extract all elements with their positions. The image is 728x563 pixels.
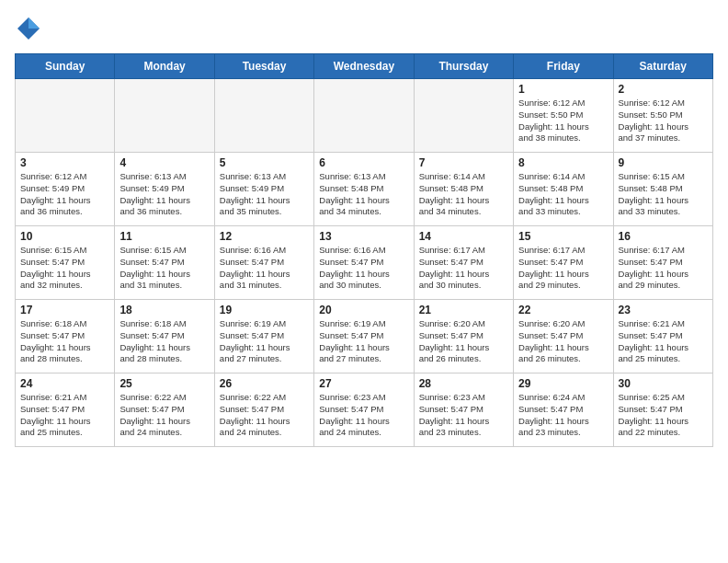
day-number: 18 (119, 304, 209, 316)
cell-info: Sunrise: 6:12 AM Sunset: 5:49 PM Dayligh… (20, 171, 109, 218)
calendar-cell (314, 79, 414, 153)
calendar-cell: 1Sunrise: 6:12 AM Sunset: 5:50 PM Daylig… (514, 79, 613, 153)
calendar-cell: 26Sunrise: 6:22 AM Sunset: 5:47 PM Dayli… (214, 373, 313, 447)
calendar-cell: 2Sunrise: 6:12 AM Sunset: 5:50 PM Daylig… (613, 79, 712, 153)
calendar-cell: 17Sunrise: 6:18 AM Sunset: 5:47 PM Dayli… (16, 300, 115, 373)
cell-info: Sunrise: 6:14 AM Sunset: 5:48 PM Dayligh… (518, 171, 608, 218)
day-number: 22 (518, 304, 608, 316)
calendar-cell (414, 79, 513, 153)
cell-info: Sunrise: 6:21 AM Sunset: 5:47 PM Dayligh… (20, 392, 109, 439)
day-number: 10 (20, 230, 109, 243)
calendar-cell (16, 79, 115, 153)
calendar-table: SundayMondayTuesdayWednesdayThursdayFrid… (15, 53, 713, 447)
day-number: 11 (119, 230, 209, 243)
day-number: 24 (20, 377, 109, 390)
day-number: 15 (518, 230, 608, 243)
cell-info: Sunrise: 6:23 AM Sunset: 5:47 PM Dayligh… (419, 392, 508, 439)
calendar-cell: 3Sunrise: 6:12 AM Sunset: 5:49 PM Daylig… (16, 153, 115, 226)
day-number: 21 (419, 304, 508, 316)
calendar-cell: 16Sunrise: 6:17 AM Sunset: 5:47 PM Dayli… (613, 226, 712, 300)
weekday-header: Tuesday (214, 54, 313, 79)
cell-info: Sunrise: 6:20 AM Sunset: 5:47 PM Dayligh… (419, 318, 508, 365)
calendar-cell: 28Sunrise: 6:23 AM Sunset: 5:47 PM Dayli… (414, 373, 513, 447)
cell-info: Sunrise: 6:17 AM Sunset: 5:47 PM Dayligh… (419, 245, 508, 292)
cell-info: Sunrise: 6:13 AM Sunset: 5:48 PM Dayligh… (319, 171, 408, 218)
calendar-cell: 19Sunrise: 6:19 AM Sunset: 5:47 PM Dayli… (214, 300, 313, 373)
calendar-cell: 18Sunrise: 6:18 AM Sunset: 5:47 PM Dayli… (115, 300, 214, 373)
calendar-cell: 6Sunrise: 6:13 AM Sunset: 5:48 PM Daylig… (314, 153, 414, 226)
cell-info: Sunrise: 6:17 AM Sunset: 5:47 PM Dayligh… (518, 245, 608, 292)
day-number: 20 (319, 304, 408, 316)
logo (15, 15, 46, 42)
cell-info: Sunrise: 6:12 AM Sunset: 5:50 PM Dayligh… (619, 98, 708, 144)
calendar-cell: 13Sunrise: 6:16 AM Sunset: 5:47 PM Dayli… (314, 226, 414, 300)
calendar-cell: 8Sunrise: 6:14 AM Sunset: 5:48 PM Daylig… (514, 153, 613, 226)
cell-info: Sunrise: 6:20 AM Sunset: 5:47 PM Dayligh… (518, 318, 608, 365)
day-number: 28 (419, 377, 508, 390)
svg-marker-1 (28, 17, 40, 29)
weekday-header: Friday (514, 54, 613, 79)
calendar-body: 1Sunrise: 6:12 AM Sunset: 5:50 PM Daylig… (16, 79, 713, 447)
day-number: 7 (419, 156, 508, 169)
calendar-cell: 9Sunrise: 6:15 AM Sunset: 5:48 PM Daylig… (613, 153, 712, 226)
calendar-week-row: 10Sunrise: 6:15 AM Sunset: 5:47 PM Dayli… (16, 226, 713, 300)
day-number: 12 (220, 230, 309, 243)
calendar-cell: 11Sunrise: 6:15 AM Sunset: 5:47 PM Dayli… (115, 226, 214, 300)
calendar-cell: 25Sunrise: 6:22 AM Sunset: 5:47 PM Dayli… (115, 373, 214, 447)
day-number: 25 (119, 377, 209, 390)
cell-info: Sunrise: 6:19 AM Sunset: 5:47 PM Dayligh… (319, 318, 408, 365)
calendar-cell: 22Sunrise: 6:20 AM Sunset: 5:47 PM Dayli… (514, 300, 613, 373)
cell-info: Sunrise: 6:15 AM Sunset: 5:47 PM Dayligh… (20, 245, 109, 292)
cell-info: Sunrise: 6:13 AM Sunset: 5:49 PM Dayligh… (119, 171, 209, 218)
day-number: 27 (319, 377, 408, 390)
cell-info: Sunrise: 6:21 AM Sunset: 5:47 PM Dayligh… (619, 318, 708, 365)
calendar-cell: 5Sunrise: 6:13 AM Sunset: 5:49 PM Daylig… (214, 153, 313, 226)
day-number: 5 (220, 156, 309, 169)
cell-info: Sunrise: 6:16 AM Sunset: 5:47 PM Dayligh… (220, 245, 309, 292)
cell-info: Sunrise: 6:22 AM Sunset: 5:47 PM Dayligh… (119, 392, 209, 439)
cell-info: Sunrise: 6:14 AM Sunset: 5:48 PM Dayligh… (419, 171, 508, 218)
cell-info: Sunrise: 6:15 AM Sunset: 5:48 PM Dayligh… (619, 171, 708, 218)
day-number: 3 (20, 156, 109, 169)
cell-info: Sunrise: 6:16 AM Sunset: 5:47 PM Dayligh… (319, 245, 408, 292)
cell-info: Sunrise: 6:19 AM Sunset: 5:47 PM Dayligh… (220, 318, 309, 365)
cell-info: Sunrise: 6:18 AM Sunset: 5:47 PM Dayligh… (20, 318, 109, 365)
calendar-cell: 29Sunrise: 6:24 AM Sunset: 5:47 PM Dayli… (514, 373, 613, 447)
day-number: 30 (619, 377, 708, 390)
calendar-cell: 21Sunrise: 6:20 AM Sunset: 5:47 PM Dayli… (414, 300, 513, 373)
calendar-cell: 14Sunrise: 6:17 AM Sunset: 5:47 PM Dayli… (414, 226, 513, 300)
calendar-week-row: 3Sunrise: 6:12 AM Sunset: 5:49 PM Daylig… (16, 153, 713, 226)
calendar-cell: 27Sunrise: 6:23 AM Sunset: 5:47 PM Dayli… (314, 373, 414, 447)
day-number: 2 (619, 83, 708, 96)
logo-icon (15, 15, 42, 42)
day-number: 13 (319, 230, 408, 243)
cell-info: Sunrise: 6:17 AM Sunset: 5:47 PM Dayligh… (619, 245, 708, 292)
page-header (15, 15, 713, 42)
cell-info: Sunrise: 6:18 AM Sunset: 5:47 PM Dayligh… (119, 318, 209, 365)
day-number: 14 (419, 230, 508, 243)
calendar-cell: 24Sunrise: 6:21 AM Sunset: 5:47 PM Dayli… (16, 373, 115, 447)
calendar-cell: 30Sunrise: 6:25 AM Sunset: 5:47 PM Dayli… (613, 373, 712, 447)
cell-info: Sunrise: 6:22 AM Sunset: 5:47 PM Dayligh… (220, 392, 309, 439)
day-number: 29 (518, 377, 608, 390)
weekday-header: Saturday (613, 54, 712, 79)
calendar-cell: 10Sunrise: 6:15 AM Sunset: 5:47 PM Dayli… (16, 226, 115, 300)
calendar-week-row: 17Sunrise: 6:18 AM Sunset: 5:47 PM Dayli… (16, 300, 713, 373)
calendar-cell (214, 79, 313, 153)
day-number: 9 (619, 156, 708, 169)
calendar-cell: 23Sunrise: 6:21 AM Sunset: 5:47 PM Dayli… (613, 300, 712, 373)
cell-info: Sunrise: 6:13 AM Sunset: 5:49 PM Dayligh… (220, 171, 309, 218)
day-number: 4 (119, 156, 209, 169)
calendar-cell: 20Sunrise: 6:19 AM Sunset: 5:47 PM Dayli… (314, 300, 414, 373)
day-number: 1 (518, 83, 608, 96)
cell-info: Sunrise: 6:24 AM Sunset: 5:47 PM Dayligh… (518, 392, 608, 439)
day-number: 19 (220, 304, 309, 316)
cell-info: Sunrise: 6:15 AM Sunset: 5:47 PM Dayligh… (119, 245, 209, 292)
calendar-cell: 12Sunrise: 6:16 AM Sunset: 5:47 PM Dayli… (214, 226, 313, 300)
cell-info: Sunrise: 6:23 AM Sunset: 5:47 PM Dayligh… (319, 392, 408, 439)
weekday-header-row: SundayMondayTuesdayWednesdayThursdayFrid… (16, 54, 713, 79)
day-number: 17 (20, 304, 109, 316)
day-number: 23 (619, 304, 708, 316)
cell-info: Sunrise: 6:25 AM Sunset: 5:47 PM Dayligh… (619, 392, 708, 439)
day-number: 8 (518, 156, 608, 169)
